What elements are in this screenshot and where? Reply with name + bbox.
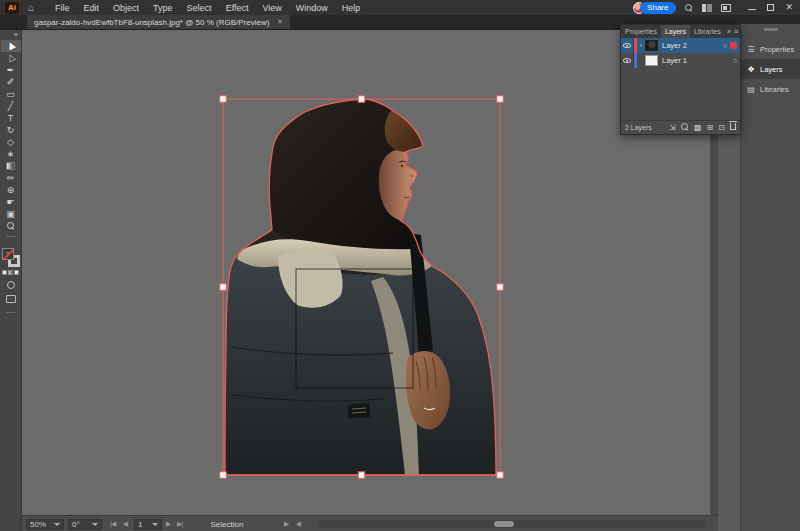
search-icon[interactable] xyxy=(685,4,693,12)
visibility-toggle[interactable] xyxy=(621,53,634,68)
panel-tab-libraries[interactable]: Libraries xyxy=(690,25,725,38)
chevron-down-icon xyxy=(54,523,60,526)
next-artboard-button[interactable]: ▶ xyxy=(166,516,171,531)
maximize-button[interactable] xyxy=(767,3,774,13)
free-transform-tool[interactable]: ∗ xyxy=(1,148,21,160)
canvas[interactable] xyxy=(22,30,710,515)
menu-window[interactable]: Window xyxy=(289,3,335,13)
menu-file[interactable]: File xyxy=(48,3,77,13)
toolbar-collapse-icon[interactable]: » xyxy=(14,30,21,40)
layer-row[interactable]: Layer 1○ xyxy=(621,53,740,68)
zoom-level-dropdown[interactable]: 50% xyxy=(26,519,64,530)
collect-for-export-icon[interactable]: ⇲ xyxy=(669,123,676,132)
curvature-tool[interactable]: ✐ xyxy=(1,76,21,88)
menu-type[interactable]: Type xyxy=(146,3,180,13)
artboard-tool[interactable]: ▣ xyxy=(1,208,21,220)
horizontal-scrollbar[interactable] xyxy=(318,520,706,528)
selection-handle[interactable] xyxy=(497,96,503,102)
dock-properties[interactable]: ☰Properties xyxy=(741,39,800,59)
color-swatch[interactable] xyxy=(2,270,7,275)
fill-stroke-indicator[interactable]: ? xyxy=(2,248,20,267)
make-mask-icon[interactable]: ▩ xyxy=(694,123,702,132)
eyedropper-tool[interactable]: ✏ xyxy=(1,172,21,184)
delete-layer-icon[interactable] xyxy=(730,123,736,132)
scroll-left-arrow[interactable]: ◀ xyxy=(296,516,301,531)
gradient-tool[interactable] xyxy=(1,160,21,172)
selection-tool[interactable]: ▶ xyxy=(1,40,21,52)
minimize-button[interactable] xyxy=(748,3,756,13)
panel-tab-layers[interactable]: Layers xyxy=(661,25,690,38)
hand-tool: ☛ xyxy=(6,197,14,207)
selection-handle[interactable] xyxy=(497,472,503,478)
selection-handle[interactable] xyxy=(358,96,364,102)
layer-name[interactable]: Layer 2 xyxy=(662,41,720,50)
close-button[interactable]: ✕ xyxy=(785,3,793,12)
panel-collapse-icon[interactable]: » xyxy=(727,28,731,35)
blend-tool[interactable]: ⊛ xyxy=(1,184,21,196)
selection-handle[interactable] xyxy=(358,472,364,478)
tab-close-icon[interactable]: ✕ xyxy=(277,18,283,26)
selection-handle[interactable] xyxy=(220,96,226,102)
chevron-down-icon xyxy=(92,523,98,526)
line-segment-tool[interactable]: ╱ xyxy=(1,100,21,112)
type-tool[interactable]: T xyxy=(1,112,21,124)
dock-grip[interactable] xyxy=(764,28,778,31)
horizontal-scrollbar-thumb[interactable] xyxy=(494,521,514,527)
none-swatch[interactable] xyxy=(14,270,19,275)
rotation-dropdown[interactable]: 0° xyxy=(68,519,102,530)
rectangle-tool[interactable]: ▭ xyxy=(1,88,21,100)
dock-layers-label: Layers xyxy=(760,65,783,74)
expand-arrow-icon[interactable]: › xyxy=(637,42,645,49)
home-icon[interactable]: ⌂ xyxy=(28,3,34,13)
artwork-wrap xyxy=(218,94,505,480)
artboard-number-dropdown[interactable]: 1 xyxy=(134,519,162,530)
eye-icon xyxy=(623,43,631,48)
menu-select[interactable]: Select xyxy=(180,3,219,13)
selection-handle[interactable] xyxy=(220,472,226,478)
panel-menu-icon[interactable]: ≡ xyxy=(734,28,738,35)
zoom-tool[interactable] xyxy=(1,220,21,232)
scroll-right-arrow[interactable]: ▶ xyxy=(284,516,289,531)
layer-row[interactable]: ›Layer 2○ xyxy=(621,38,740,53)
dock-libraries[interactable]: ▤Libraries xyxy=(741,79,800,99)
workspace-switcher-icon[interactable] xyxy=(702,4,712,12)
document-tab[interactable]: gaspar-zaldo-hvdEwfbTbF8-unsplash.jpg* @… xyxy=(27,15,290,29)
target-circle-icon[interactable]: ○ xyxy=(720,42,730,49)
selection-handle[interactable] xyxy=(497,284,503,290)
hand-tool[interactable]: ☛ xyxy=(1,196,21,208)
tools-panel: » ▶▷✒✐▭╱T↻◇∗✏⊛☛▣ ⋯ ? ⋯ xyxy=(0,30,22,531)
visibility-toggle[interactable] xyxy=(621,38,634,53)
new-sublayer-icon[interactable]: ⊞ xyxy=(707,123,714,132)
layer-name[interactable]: Layer 1 xyxy=(662,56,730,65)
panel-tab-properties[interactable]: Properties xyxy=(621,25,661,38)
fill-swatch[interactable]: ? xyxy=(2,248,14,260)
layer-thumbnail[interactable] xyxy=(645,55,658,66)
target-circle-icon[interactable]: ○ xyxy=(730,57,740,64)
screen-mode-icon[interactable] xyxy=(6,295,16,303)
direct-selection-tool[interactable]: ▷ xyxy=(1,52,21,64)
new-layer-icon[interactable]: ⊡ xyxy=(718,123,725,132)
draw-mode-icon[interactable] xyxy=(7,281,15,289)
first-artboard-button[interactable]: |◀ xyxy=(110,516,116,531)
menu-bar: FileEditObjectTypeSelectEffectViewWindow… xyxy=(48,3,367,13)
gradient-swatch-small[interactable] xyxy=(8,270,13,275)
dock-layers[interactable]: ❖Layers xyxy=(741,59,800,79)
share-button[interactable]: Share xyxy=(640,2,676,14)
menu-effect[interactable]: Effect xyxy=(219,3,256,13)
artwork-image[interactable] xyxy=(225,99,496,475)
layer-thumbnail[interactable] xyxy=(645,40,658,51)
toolbar-options-icon[interactable]: ⋯ xyxy=(7,308,15,317)
rotate-tool[interactable]: ↻ xyxy=(1,124,21,136)
previous-artboard-button[interactable]: ◀ xyxy=(123,516,128,531)
menu-help[interactable]: Help xyxy=(335,3,368,13)
arrange-documents-icon[interactable] xyxy=(721,4,731,12)
share-group[interactable]: Share xyxy=(633,2,676,14)
pen-tool[interactable]: ✒ xyxy=(1,64,21,76)
menu-view[interactable]: View xyxy=(255,3,288,13)
menu-object[interactable]: Object xyxy=(106,3,146,13)
menu-edit[interactable]: Edit xyxy=(77,3,107,13)
locate-object-icon[interactable] xyxy=(681,123,689,133)
shape-builder-tool[interactable]: ◇ xyxy=(1,136,21,148)
edit-toolbar-icon[interactable]: ⋯ xyxy=(7,232,15,242)
selection-handle[interactable] xyxy=(220,284,226,290)
